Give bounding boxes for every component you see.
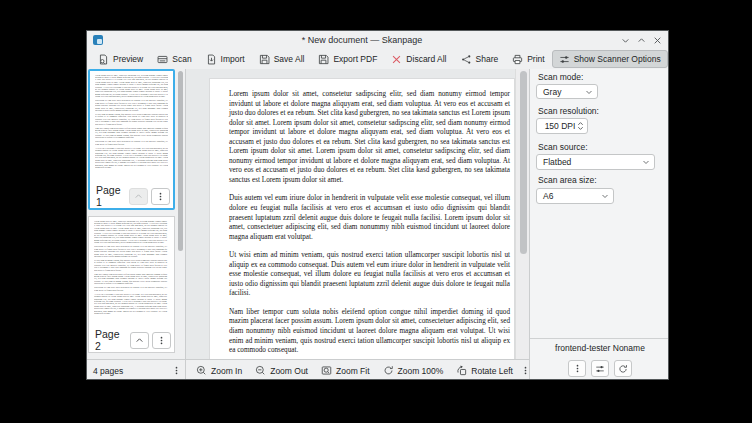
rotate-left-icon [456, 365, 467, 376]
scan-resolution-value: 150 DPI [543, 121, 577, 131]
import-label: Import [221, 54, 245, 64]
desktop-background: * New document — Skanpage Preview [0, 0, 752, 423]
zoom-out-icon [255, 365, 266, 376]
zoom-out-button[interactable]: Zoom Out [249, 365, 314, 376]
scan-label: Scan [172, 54, 191, 64]
chevron-down-icon [601, 192, 609, 200]
print-button[interactable]: Print [505, 50, 551, 68]
app-icon [93, 35, 103, 45]
export-pdf-button[interactable]: Export PDF [311, 50, 384, 68]
scan-resolution-spinbox[interactable]: 150 DPI [536, 118, 588, 134]
scanned-page: Lorem ipsum dolor sit amet, consetetur s… [209, 78, 515, 359]
share-label: Share [476, 54, 499, 64]
page-1-thumbnail[interactable]: Lorem ipsum dolor sit amet, consetetur s… [88, 69, 175, 210]
sliders-icon [559, 54, 570, 65]
page-2-preview: Lorem ipsum dolor sit amet, consetetur s… [94, 220, 169, 327]
scan-mode-label: Scan mode: [538, 72, 583, 82]
scan-icon [157, 54, 168, 65]
export-pdf-icon [318, 54, 329, 65]
zoom-fit-label: Zoom Fit [336, 366, 370, 376]
save-all-label: Save All [274, 54, 305, 64]
refresh-icon [618, 364, 628, 374]
move-page-up-button[interactable] [130, 332, 149, 349]
panel-divider [530, 338, 669, 339]
discard-all-label: Discard All [406, 54, 446, 64]
zoom-fit-button[interactable]: Zoom Fit [315, 365, 376, 376]
preview-icon [98, 54, 109, 65]
print-icon [512, 54, 523, 65]
scan-button[interactable]: Scan [150, 50, 198, 68]
scan-source-value: Flatbed [543, 157, 642, 167]
zoom-original-button[interactable]: Zoom 100% [377, 365, 450, 376]
scan-mode-select[interactable]: Gray [536, 84, 598, 99]
scan-area-select[interactable]: A6 [536, 188, 614, 204]
move-page-up-button[interactable] [129, 188, 148, 205]
page-1-label: Page 1 [96, 184, 126, 208]
maximize-icon[interactable] [637, 36, 646, 45]
document-viewer[interactable]: Lorem ipsum dolor sit amet, consetetur s… [186, 69, 529, 359]
skanpage-window: * New document — Skanpage Preview [86, 30, 669, 380]
save-all-button[interactable]: Save All [252, 50, 312, 68]
discard-all-button[interactable]: Discard All [384, 50, 453, 68]
page-text: Lorem ipsum dolor sit amet, consetetur s… [210, 79, 514, 359]
chevron-down-icon [642, 158, 650, 166]
import-button[interactable]: Import [199, 50, 252, 68]
page-2-label: Page 2 [95, 328, 127, 352]
scanner-settings-button[interactable] [591, 360, 609, 377]
scan-area-label: Scan area size: [538, 175, 597, 185]
pages-panel: Lorem ipsum dolor sit amet, consetetur s… [87, 69, 186, 359]
page-1-preview: Lorem ipsum dolor sit amet, consetetur s… [95, 74, 168, 183]
zoom-out-label: Zoom Out [270, 366, 308, 376]
export-pdf-label: Export PDF [333, 54, 377, 64]
spin-down-icon[interactable] [577, 126, 584, 131]
scan-source-select[interactable]: Flatbed [536, 154, 655, 170]
scan-mode-value: Gray [543, 87, 585, 97]
scanner-device-name: frontend-tester Noname [530, 343, 669, 353]
scanner-options-panel: Scan mode: Gray Scan resolution: 150 DPI… [529, 69, 669, 380]
scan-resolution-label: Scan resolution: [538, 106, 599, 116]
chevron-down-icon [585, 88, 593, 96]
minimize-icon[interactable] [621, 36, 630, 45]
window-title: * New document — Skanpage [103, 35, 621, 45]
print-label: Print [527, 54, 544, 64]
preview-label: Preview [113, 54, 143, 64]
show-scanner-options-button[interactable]: Show Scanner Options [552, 50, 668, 68]
thumbnail-scrollbar[interactable] [178, 71, 183, 251]
import-icon [206, 54, 217, 65]
titlebar[interactable]: * New document — Skanpage [87, 31, 668, 49]
kebab-icon [573, 364, 582, 373]
viewer-scrollbar-thumb[interactable] [520, 71, 527, 254]
rotate-left-label: Rotate Left [471, 366, 513, 376]
close-icon[interactable] [653, 36, 662, 45]
zoom-original-icon [383, 365, 394, 376]
page-2-menu-button[interactable] [152, 332, 171, 349]
show-scanner-options-label: Show Scanner Options [574, 54, 661, 64]
page-count: 4 pages [93, 366, 123, 376]
sliders-icon [595, 364, 605, 374]
zoom-in-label: Zoom In [211, 366, 242, 376]
zoom-original-label: Zoom 100% [398, 366, 444, 376]
discard-icon [391, 54, 402, 65]
zoom-fit-icon [321, 365, 332, 376]
scan-area-value: A6 [543, 191, 601, 201]
refresh-devices-button[interactable] [614, 360, 632, 377]
viewer-scrollbar-track[interactable] [515, 69, 529, 359]
zoom-in-button[interactable]: Zoom In [190, 365, 248, 376]
scan-source-label: Scan source: [538, 142, 588, 152]
page-2-thumbnail[interactable]: Lorem ipsum dolor sit amet, consetetur s… [88, 216, 175, 353]
share-button[interactable]: Share [454, 50, 506, 68]
page-1-menu-button[interactable] [151, 188, 170, 205]
share-icon [461, 54, 472, 65]
zoom-in-icon [196, 365, 207, 376]
scanner-menu-button[interactable] [568, 360, 586, 377]
pages-status-bar: 4 pages [87, 359, 186, 380]
zoom-toolbar: Zoom In Zoom Out Zoom Fit Zoom 100% [186, 359, 529, 380]
kebab-icon[interactable] [172, 366, 181, 375]
save-icon [259, 54, 270, 65]
rotate-left-button[interactable]: Rotate Left [450, 365, 519, 376]
preview-button[interactable]: Preview [91, 50, 150, 68]
main-toolbar: Preview Scan Import Save All Exp [87, 49, 668, 70]
